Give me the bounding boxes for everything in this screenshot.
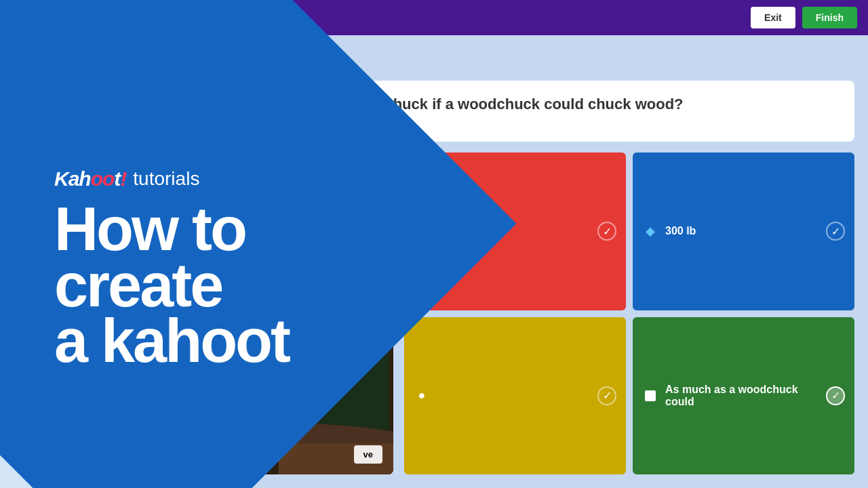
finish-button[interactable]: Finish [802, 7, 857, 28]
answer-option-2[interactable]: ◆ 300 lb ✓ [633, 152, 854, 310]
answer-text-2: 300 lb [665, 225, 819, 237]
question-number: 1 [12, 47, 16, 56]
main-layout: 1 How much wood woul... 30 Add question [0, 35, 868, 488]
diamond-icon: ◆ [642, 223, 658, 239]
image-area: ve [136, 152, 393, 474]
answers-area: ▲ ✓ ◆ 300 lb ✓ ● ✓ [404, 152, 854, 474]
triangle-icon: ▲ [414, 223, 430, 239]
question-card-image [68, 58, 85, 77]
answer-check-3[interactable]: ✓ [597, 386, 616, 405]
card-status-dot [102, 56, 107, 62]
answer-option-1[interactable]: ▲ ✓ [404, 152, 626, 310]
answer-option-3[interactable]: ● ✓ [404, 317, 626, 475]
bottom-section: ve ▲ ✓ ◆ 300 lb ✓ ● [136, 152, 854, 474]
svg-rect-1 [73, 64, 75, 73]
saved-checkmark: ✓ [260, 12, 269, 24]
saved-label: Saved [273, 12, 300, 23]
card-time: 30 [89, 54, 102, 63]
tab-question[interactable]: Question [136, 49, 201, 70]
question-text[interactable]: much wood would a woodchuck chuck if a w… [136, 81, 854, 142]
settings-button[interactable]: ⚙ [228, 5, 252, 30]
circle-icon: ● [414, 388, 430, 404]
title-input[interactable] [71, 5, 220, 30]
saved-indicator: ✓ Saved [260, 12, 300, 24]
answer-text-4: As much as a woodchuck could [665, 384, 819, 408]
question-card-content: How much wood woul... [15, 58, 85, 77]
content-area: Question much wood would a woodchuck chu… [122, 35, 868, 488]
image-overlay-button[interactable]: ve [354, 445, 382, 464]
answer-option-4[interactable]: As much as a woodchuck could ✓ [633, 317, 854, 475]
svg-rect-2 [77, 62, 81, 73]
card-bottom: 30 [89, 54, 107, 63]
header-actions: Exit Finish [751, 7, 857, 28]
question-card-1[interactable]: 1 How much wood woul... 30 [8, 43, 114, 84]
svg-rect-0 [70, 62, 83, 73]
exit-button[interactable]: Exit [751, 7, 795, 28]
tab-bar: Question [136, 49, 854, 70]
add-question-button[interactable]: Add question [8, 92, 114, 116]
answer-check-2[interactable]: ✓ [826, 222, 845, 241]
header: Kahoot! ⚙ ✓ Saved Exit Finish [0, 0, 868, 35]
logo: Kahoot! [11, 9, 62, 26]
square-icon [642, 388, 658, 404]
sidebar: 1 How much wood woul... 30 Add question [0, 35, 122, 488]
answer-check-1[interactable]: ✓ [597, 222, 616, 241]
question-card-text: How much wood woul... [15, 60, 64, 76]
forest-image [136, 152, 393, 474]
answer-check-4[interactable]: ✓ [826, 386, 845, 405]
